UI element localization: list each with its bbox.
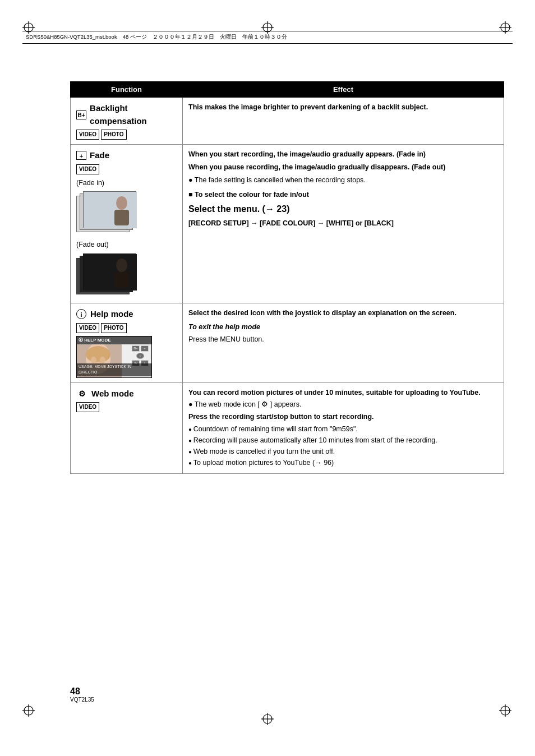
function-cell-web: ⚙ Web mode VIDEO — [71, 382, 183, 474]
table-row: i Help mode VIDEO PHOTO 🛈 HELP MODE — [71, 303, 504, 383]
help-title-text: Help mode — [90, 308, 133, 321]
help-badges: VIDEO PHOTO — [76, 323, 177, 333]
svg-rect-8 — [114, 210, 129, 225]
help-icon-joystick: ○ — [136, 353, 144, 359]
svg-point-7 — [116, 196, 127, 210]
backlight-effect-text: This makes the image brighter to prevent… — [188, 102, 498, 113]
help-mode-screenshot: 🛈 HELP MODE — [76, 336, 152, 378]
effect-cell-fade: When you start recording, the image/audi… — [183, 145, 504, 303]
web-bullet-3: Web mode is cancelled if you turn the un… — [188, 446, 498, 457]
effect-cell-web: You can record motion pictures of under … — [183, 382, 504, 474]
col-header-effect: Effect — [183, 82, 504, 98]
help-top-bar: 🛈 HELP MODE — [77, 336, 151, 344]
backlight-title: B+ Backlight compensation — [76, 102, 177, 127]
fade-title-text: Fade — [90, 149, 109, 162]
web-bullet-4: To upload motion pictures to YouTube (→ … — [188, 458, 498, 468]
function-cell-help: i Help mode VIDEO PHOTO 🛈 HELP MODE — [71, 303, 183, 383]
fade-effect-1: When you start recording, the image/audi… — [188, 149, 498, 160]
web-effect-1: You can record motion pictures of under … — [188, 388, 498, 398]
help-icon-2: + — [141, 345, 149, 352]
fade-in-label: (Fade in) — [76, 178, 177, 188]
table-row: ⚙ Web mode VIDEO You can record motion p… — [71, 382, 504, 474]
help-icon-1: B+ — [132, 345, 140, 352]
svg-point-10 — [116, 259, 127, 272]
help-bottom-text: USAGE: MOVE JOYSTICK IN DIRECTIO — [77, 363, 151, 376]
web-bullet-1: Countdown of remaining time will start f… — [188, 424, 498, 434]
web-title-text: Web mode — [91, 388, 134, 400]
main-content: Function Effect B+ Backlight compensatio… — [70, 81, 504, 474]
table-row: + Fade VIDEO (Fade in) — [71, 145, 504, 303]
effect-cell-backlight: This makes the image brighter to prevent… — [183, 98, 504, 145]
reg-mark-bottom-left — [22, 704, 35, 717]
fade-out-figure — [84, 254, 137, 291]
page-sub: VQT2L35 — [70, 697, 94, 703]
fade-select-header: ■ To select the colour for fade in/out — [188, 190, 498, 200]
dark-frame3 — [83, 253, 136, 290]
web-bullet-2: Recording will pause automatically after… — [188, 435, 498, 445]
effect-cell-help: Select the desired icon with the joystic… — [183, 303, 504, 383]
web-effect-list: Countdown of remaining time will start f… — [188, 424, 498, 468]
web-effect-2: ● The web mode icon [ ⚙ ] appears. — [188, 399, 498, 410]
help-exit-header: To exit the help mode — [188, 322, 498, 333]
backlight-title-text: Backlight compensation — [90, 102, 177, 127]
function-cell-fade: + Fade VIDEO (Fade in) — [71, 145, 183, 303]
badge-video: VIDEO — [76, 130, 99, 140]
svg-rect-11 — [114, 272, 129, 288]
help-title: i Help mode — [76, 308, 177, 321]
fade-in-figure — [84, 192, 137, 228]
badge-photo: PHOTO — [101, 130, 126, 140]
fade-out-image — [76, 252, 155, 298]
function-cell-backlight: B+ Backlight compensation VIDEO PHOTO — [71, 98, 183, 145]
help-effect-1: Select the desired icon with the joystic… — [188, 308, 498, 319]
fade-badges: VIDEO — [76, 164, 177, 174]
badge-video-help: VIDEO — [76, 323, 99, 333]
fade-title: + Fade — [76, 149, 177, 162]
fade-select-detail: [RECORD SETUP] → [FADE COLOUR] → [WHITE]… — [188, 218, 498, 229]
reg-mark-bottom-right — [499, 704, 511, 717]
fade-effect-3: ● The fade setting is cancelled when the… — [188, 175, 498, 186]
col-header-function: Function — [71, 82, 183, 98]
reg-mark-bottom-center — [261, 713, 274, 725]
fade-in-image — [76, 190, 155, 236]
page-number: 48 — [70, 686, 94, 697]
web-icon: ⚙ — [76, 389, 87, 399]
svg-point-14 — [86, 346, 110, 363]
badge-video-web: VIDEO — [76, 402, 99, 412]
page-footer: 48 VQT2L35 — [70, 686, 94, 703]
badge-photo-help: PHOTO — [101, 323, 126, 333]
table-row: B+ Backlight compensation VIDEO PHOTO Th… — [71, 98, 504, 145]
web-title: ⚙ Web mode — [76, 388, 177, 400]
backlight-badges: VIDEO PHOTO — [76, 130, 177, 140]
help-icon-row2: ○ — [132, 353, 149, 359]
badge-video-fade: VIDEO — [76, 164, 99, 174]
fade-effect-2: When you pause recording, the image/audi… — [188, 162, 498, 173]
web-badges: VIDEO — [76, 402, 177, 412]
header-text: SDRS50&H85GN-VQT2L35_mst.book 48 ページ ２００… — [26, 34, 287, 41]
fade-select-menu: Select the menu. (→ 23) — [188, 202, 498, 216]
help-icon-row1: B+ + — [132, 345, 149, 352]
reg-mark-top-center — [261, 21, 274, 34]
fade-out-label: (Fade out) — [76, 239, 177, 250]
frame3 — [83, 191, 136, 228]
function-table: Function Effect B+ Backlight compensatio… — [70, 81, 504, 474]
backlight-icon: B+ — [76, 110, 86, 119]
help-exit-detail: Press the MENU button. — [188, 334, 498, 345]
fade-icon: + — [76, 151, 86, 160]
web-effect-3: Press the recording start/stop button to… — [188, 412, 498, 422]
help-icon: i — [76, 309, 86, 319]
